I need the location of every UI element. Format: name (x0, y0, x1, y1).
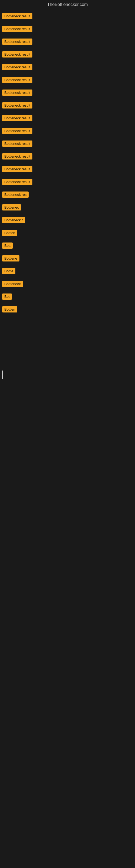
list-item: Bottlen (0, 227, 135, 240)
list-item: Bottleneck result (0, 10, 135, 23)
bottleneck-badge[interactable]: Bottleneck result (2, 90, 32, 96)
bottleneck-badge[interactable]: Bottleneck result (2, 77, 32, 83)
bottleneck-badge[interactable]: Bottleneck result (2, 102, 32, 108)
list-item: Bottleneck result (0, 125, 135, 138)
gap-bottom-6 (0, 460, 135, 476)
bottleneck-list: Bottleneck resultBottleneck resultBottle… (0, 9, 135, 316)
list-item: Bottleneck result (0, 151, 135, 163)
bottleneck-badge[interactable]: Bottleneck (2, 281, 23, 287)
list-item: Bottleneck result (0, 112, 135, 125)
bottleneck-badge[interactable]: Bottleneck result (2, 26, 32, 32)
bottleneck-badge[interactable]: Bottlen (2, 306, 17, 312)
list-item: Bottleneck res (0, 189, 135, 202)
bottleneck-badge[interactable]: Bott (2, 243, 13, 249)
bottleneck-badge[interactable]: Bot (2, 293, 12, 300)
list-item: Bott (0, 240, 135, 252)
list-item: Bottlene (0, 252, 135, 265)
list-item: Bottleneck result (0, 87, 135, 99)
bottleneck-badge[interactable]: Bottleneck result (2, 128, 32, 134)
bottleneck-badge[interactable]: Bottleneck result (2, 64, 32, 70)
list-item: Bot (0, 291, 135, 304)
bottleneck-badge[interactable]: Bottleneck result (2, 166, 32, 172)
list-item: Bottleneck r (0, 214, 135, 227)
gap-section-3 (0, 349, 135, 365)
bottleneck-badge[interactable]: Bottleneck res (2, 191, 29, 198)
bottleneck-badge[interactable]: Bottleneck result (2, 13, 32, 19)
bottleneck-badge[interactable]: Bottlenec (2, 204, 21, 211)
list-item: Bottleneck result (0, 49, 135, 61)
bottleneck-badge[interactable]: Bottleneck result (2, 115, 32, 121)
list-item: Bottlen (0, 304, 135, 316)
list-item: Bottle (0, 265, 135, 278)
bottleneck-badge[interactable]: Bottleneck result (2, 153, 32, 159)
bottleneck-badge[interactable]: Bottleneck result (2, 179, 32, 185)
list-item: Bottlenec (0, 202, 135, 214)
list-item: Bottleneck result (0, 36, 135, 49)
list-item: Bottleneck result (0, 176, 135, 189)
bottleneck-badge[interactable]: Bottleneck result (2, 51, 32, 58)
list-item: Bottleneck result (0, 61, 135, 74)
gap-bottom-5 (0, 444, 135, 460)
cursor-indicator (2, 371, 3, 379)
gap-bottom-2 (0, 395, 135, 411)
list-item: Bottleneck result (0, 74, 135, 87)
gap-bottom-3 (0, 411, 135, 428)
bottleneck-badge[interactable]: Bottleneck r (2, 217, 25, 223)
list-item: Bottleneck result (0, 23, 135, 36)
bottleneck-badge[interactable]: Bottlene (2, 255, 19, 261)
bottleneck-badge[interactable]: Bottleneck result (2, 38, 32, 45)
page-wrapper: TheBottlenecker.com Bottleneck resultBot… (0, 0, 135, 493)
gap-bottom-4 (0, 428, 135, 444)
list-item: Bottleneck result (0, 163, 135, 176)
list-item: Bottleneck result (0, 99, 135, 112)
list-item: Bottleneck (0, 278, 135, 291)
list-item: Bottleneck result (0, 138, 135, 151)
bottleneck-badge[interactable]: Bottleneck result (2, 141, 32, 147)
site-title: TheBottlenecker.com (0, 0, 135, 9)
bottleneck-badge[interactable]: Bottle (2, 268, 15, 274)
gap-bottom-7 (0, 476, 135, 493)
gap-section (0, 316, 135, 333)
gap-section-2 (0, 333, 135, 349)
gap-bottom-1 (0, 379, 135, 395)
bottleneck-badge[interactable]: Bottlen (2, 230, 17, 236)
